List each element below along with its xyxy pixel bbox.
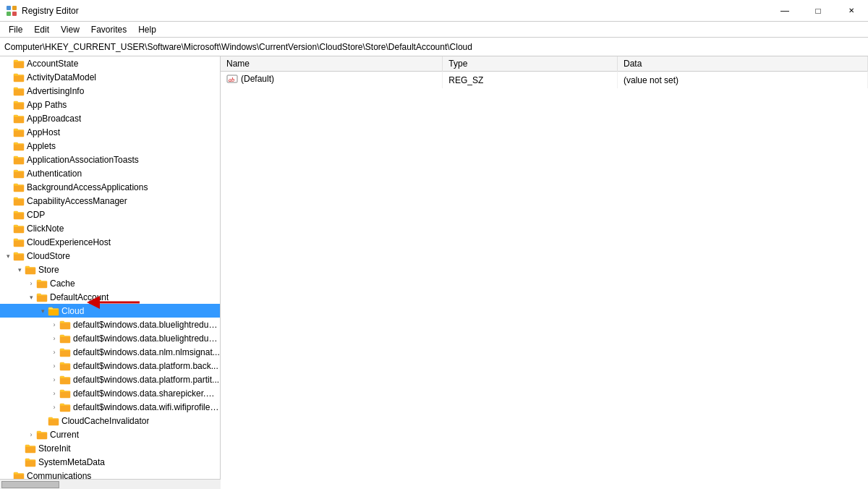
tree-item-label: default$windows.data.platform.back...	[73, 361, 218, 371]
tree-item-label: default$windows.data.bluelightreduc...	[73, 320, 220, 330]
svg-text:ab: ab	[229, 77, 234, 83]
default-value-icon: ab	[226, 74, 238, 84]
tree-item-BackgroundAccessApplications[interactable]: › BackgroundAccessApplications	[0, 180, 220, 194]
folder-icon	[13, 237, 25, 247]
menu-item-file[interactable]: File	[3, 23, 28, 36]
tree-item-ActivityDataModel[interactable]: › ActivityDataModel	[0, 70, 220, 84]
chevron-icon: ›	[49, 333, 59, 344]
folder-icon	[59, 361, 71, 371]
tree-item-CloudCacheInvalidator[interactable]: › CloudCacheInvalidator	[0, 414, 220, 428]
tree-item-label: Store	[38, 265, 59, 275]
tree-item-AppHost[interactable]: › AppHost	[0, 125, 220, 139]
tree-item-label: default$windows.data.platform.partit...	[73, 375, 219, 385]
right-panel: Name Type Data ab (Default) REG_SZ(value…	[221, 56, 868, 489]
menu-bar: FileEditViewFavoritesHelp	[0, 22, 868, 38]
folder-icon	[25, 443, 36, 454]
tree-item-label: ApplicationAssociationToasts	[27, 155, 139, 165]
value-name: (Default)	[241, 74, 274, 84]
tree-item-CloudExperienceHost[interactable]: › CloudExperienceHost	[0, 235, 220, 249]
tree-item-label: AppHost	[27, 127, 60, 137]
tree-item-label: SystemMetaData	[38, 457, 105, 467]
chevron-icon: ›	[49, 388, 59, 399]
folder-icon	[13, 210, 25, 220]
tree-item-CloudStore[interactable]: ▾ CloudStore	[0, 249, 220, 263]
table-row[interactable]: ab (Default) REG_SZ(value not set)	[221, 72, 868, 89]
menu-item-view[interactable]: View	[55, 23, 85, 36]
left-scrollbar-thumb[interactable]	[1, 481, 59, 488]
tree-item-AccountState[interactable]: › AccountState	[0, 56, 220, 70]
chevron-icon: ›	[26, 430, 36, 440]
tree-item-Current[interactable]: › Current	[0, 428, 220, 441]
tree-item-label: Cache	[50, 278, 75, 289]
tree-item-label: AdvertisingInfo	[27, 86, 84, 96]
tree-item-StoreInit[interactable]: › StoreInit	[0, 441, 220, 455]
col-type[interactable]: Type	[443, 56, 618, 72]
title-bar-controls: — □ ✕	[768, 0, 868, 21]
menu-item-edit[interactable]: Edit	[28, 23, 55, 36]
folder-icon	[48, 306, 59, 316]
tree-item-CapabilityAccessManager[interactable]: › CapabilityAccessManager	[0, 194, 220, 208]
chevron-icon: ›	[26, 278, 36, 289]
svg-rect-1	[12, 6, 17, 10]
folder-icon	[13, 59, 25, 69]
address-bar: Computer\HKEY_CURRENT_USER\Software\Micr…	[0, 38, 868, 56]
tree-item-sub6[interactable]: › default$windows.data.sharepicker.m...	[0, 386, 220, 400]
tree-item-sub4[interactable]: › default$windows.data.platform.back...	[0, 359, 220, 373]
chevron-icon: ▾	[14, 265, 25, 275]
svg-rect-3	[12, 12, 17, 16]
folder-icon	[13, 196, 25, 206]
tree-item-Authentication[interactable]: › Authentication	[0, 166, 220, 180]
tree-item-ClickNote[interactable]: › ClickNote	[0, 221, 220, 235]
col-data[interactable]: Data	[618, 56, 868, 72]
chevron-icon: ▾	[3, 251, 13, 261]
tree-item-sub7[interactable]: › default$windows.data.wifi.wifiprofile$…	[0, 400, 220, 414]
folder-icon	[13, 86, 25, 96]
tree-item-Store[interactable]: ▾ Store	[0, 263, 220, 276]
main-area: › AccountState› ActivityDataModel› Adver…	[0, 56, 868, 489]
tree-item-DefaultAccount[interactable]: ▾ DefaultAccount	[0, 290, 220, 304]
chevron-icon: ›	[49, 320, 59, 330]
tree-item-sub1[interactable]: › default$windows.data.bluelightreduc...	[0, 318, 220, 331]
tree-item-label: default$windows.data.bluelightreduc...	[73, 333, 220, 344]
tree-item-label: ClickNote	[27, 224, 64, 234]
cell-data: (value not set)	[618, 72, 868, 89]
menu-item-help[interactable]: Help	[132, 23, 162, 36]
tree-item-AppPaths[interactable]: › App Paths	[0, 98, 220, 111]
tree-item-Cache[interactable]: › Cache	[0, 276, 220, 290]
tree-item-sub5[interactable]: › default$windows.data.platform.partit..…	[0, 373, 220, 386]
address-path: Computer\HKEY_CURRENT_USER\Software\Micr…	[4, 42, 472, 52]
menu-item-favorites[interactable]: Favorites	[85, 23, 132, 36]
tree-item-Cloud[interactable]: ▾ Cloud	[0, 304, 220, 318]
maximize-button[interactable]: □	[801, 0, 835, 22]
tree-item-sub3[interactable]: › default$windows.data.nlm.nlmsignat...	[0, 345, 220, 359]
tree-item-ApplicationAssociationToasts[interactable]: › ApplicationAssociationToasts	[0, 153, 220, 166]
tree-item-sub2[interactable]: › default$windows.data.bluelightreduc...	[0, 331, 220, 345]
minimize-button[interactable]: —	[768, 0, 801, 22]
tree-item-SystemMetaData[interactable]: › SystemMetaData	[0, 455, 220, 469]
cell-name: ab (Default)	[221, 72, 443, 89]
folder-icon	[13, 100, 25, 110]
tree-item-AppBroadcast[interactable]: › AppBroadcast	[0, 111, 220, 125]
tree-item-label: Authentication	[27, 169, 82, 179]
folder-icon	[13, 182, 25, 192]
tree-item-label: AppBroadcast	[27, 114, 81, 124]
folder-icon	[59, 333, 71, 344]
chevron-icon: ▾	[26, 292, 36, 302]
tree-item-Applets[interactable]: › Applets	[0, 139, 220, 153]
tree-item-label: ActivityDataModel	[27, 72, 96, 82]
close-button[interactable]: ✕	[835, 0, 868, 22]
folder-icon	[36, 430, 48, 440]
col-name[interactable]: Name	[221, 56, 443, 72]
tree-item-AdvertisingInfo[interactable]: › AdvertisingInfo	[0, 84, 220, 98]
chevron-icon: ›	[49, 361, 59, 371]
tree-item-label: default$windows.data.sharepicker.m...	[73, 388, 220, 399]
left-scrollbar[interactable]	[0, 479, 221, 489]
tree-item-label: StoreInit	[38, 443, 71, 454]
tree-item-CDP[interactable]: › CDP	[0, 208, 220, 221]
app-icon	[6, 5, 17, 17]
tree-item-label: AccountState	[27, 59, 78, 69]
svg-rect-0	[7, 6, 11, 10]
cell-type: REG_SZ	[443, 72, 618, 89]
tree-item-label: Cloud	[61, 306, 84, 316]
folder-icon	[13, 224, 25, 234]
